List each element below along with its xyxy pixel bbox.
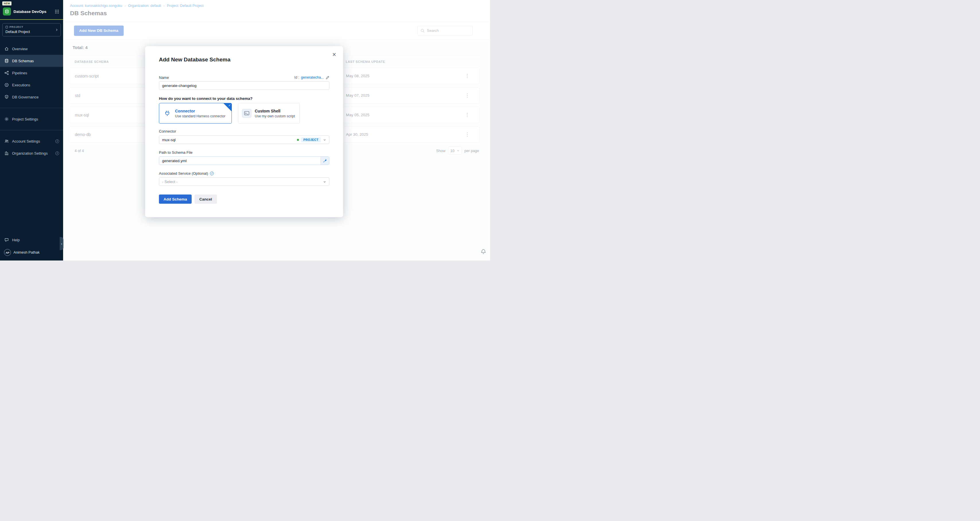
project-name: Default Project <box>5 30 53 34</box>
sidebar-item-organization-settings[interactable]: Organization Settings i <box>0 147 63 159</box>
info-icon: i <box>56 151 59 155</box>
sidebar-item-help[interactable]: Help <box>0 234 63 246</box>
sidebar-item-label: DB Schemas <box>12 59 34 63</box>
sidebar-item-label: Help <box>12 238 20 242</box>
sidebar-item-project-settings[interactable]: Project Settings <box>0 113 63 125</box>
option-subtitle: Use standard Harness connector <box>175 114 225 118</box>
plug-icon <box>163 109 172 118</box>
chevron-down-icon <box>323 180 326 183</box>
home-icon <box>4 46 9 51</box>
shield-icon <box>4 95 9 99</box>
scope-badge: PROJECT <box>301 137 321 142</box>
option-title: Custom Shell <box>255 109 295 113</box>
sidebar-item-label: Pipelines <box>12 71 27 75</box>
sidebar-bottom: Help AP Animesh Pathak <box>0 234 63 256</box>
service-label: Associated Service (Optional) <box>159 171 208 175</box>
sidebar-item-label: Overview <box>12 47 27 51</box>
connector-option-card[interactable]: ✓ Connector Use standard Harness connect… <box>159 103 232 124</box>
id-value-link[interactable]: generatecha... <box>301 75 324 80</box>
chevron-left-icon: ‹ <box>61 242 62 246</box>
brand-accent-line <box>0 19 63 20</box>
sidebar-item-label: DB Governance <box>12 95 39 99</box>
brand-title: Database DevOps <box>13 10 52 14</box>
terminal-icon <box>242 109 251 118</box>
connector-value: mux-sql <box>162 138 176 142</box>
custom-shell-option-card[interactable]: Custom Shell Use my own custom script <box>238 103 300 124</box>
organization-icon <box>4 151 9 156</box>
user-name: Animesh Pathak <box>13 250 40 255</box>
connection-question: How do you want to connect to your data … <box>159 96 329 101</box>
project-label: PROJECT <box>10 25 23 29</box>
gear-icon <box>4 117 9 121</box>
service-placeholder: - Select - <box>162 180 178 184</box>
app-window: NEW Database DevOps PROJECT Default Proj… <box>0 0 490 260</box>
modal-title: Add New Database Schema <box>159 57 329 64</box>
path-label: Path to Schema File <box>159 150 329 155</box>
sidebar-item-db-schemas[interactable]: DB Schemas <box>0 55 63 67</box>
user-profile[interactable]: AP Animesh Pathak <box>0 246 63 256</box>
info-icon: i <box>56 139 59 143</box>
modal-actions: Add Schema Cancel <box>159 194 329 204</box>
connector-select[interactable]: mux-sql PROJECT <box>159 135 329 144</box>
project-selector[interactable]: PROJECT Default Project <box>2 23 61 37</box>
help-chat-icon <box>4 237 9 242</box>
fixed-value-pin-icon[interactable] <box>320 157 329 165</box>
schema-name-input[interactable] <box>159 81 329 90</box>
sidebar-item-overview[interactable]: Overview <box>0 43 63 55</box>
connector-label: Connector <box>159 129 329 134</box>
module-grid-icon[interactable] <box>55 10 59 14</box>
info-icon[interactable]: i <box>210 172 214 175</box>
sidebar-item-pipelines[interactable]: Pipelines <box>0 67 63 79</box>
database-devops-logo-icon <box>3 8 11 16</box>
sidebar-nav: Overview DB Schemas Pipelines Executions… <box>0 43 63 103</box>
project-label-row: PROJECT <box>5 25 53 29</box>
add-schema-modal: × Add New Database Schema Name Id : gene… <box>145 46 343 217</box>
chevron-right-icon <box>55 29 58 32</box>
id-prefix: Id : <box>294 75 299 80</box>
new-badge: NEW <box>2 2 11 5</box>
connector-status-dot <box>297 139 299 141</box>
option-title: Connector <box>175 109 225 113</box>
service-label-row: Associated Service (Optional) i <box>159 171 329 175</box>
sidebar: NEW Database DevOps PROJECT Default Proj… <box>0 0 63 260</box>
divider <box>0 108 63 108</box>
close-icon[interactable]: × <box>330 50 339 59</box>
name-label: Name <box>159 75 169 80</box>
cancel-button[interactable]: Cancel <box>194 194 217 204</box>
executions-icon <box>4 83 9 87</box>
check-icon: ✓ <box>228 104 231 107</box>
service-select[interactable]: - Select - <box>159 177 329 186</box>
sidebar-item-account-settings[interactable]: Account Settings i <box>0 135 63 147</box>
database-icon <box>4 59 9 63</box>
sidebar-item-label: Project Settings <box>12 117 38 121</box>
option-subtitle: Use my own custom script <box>255 114 295 118</box>
divider <box>0 130 63 130</box>
selected-corner-badge: ✓ <box>223 103 232 112</box>
avatar: AP <box>4 249 11 256</box>
id-row: Id : generatecha... <box>294 75 329 80</box>
users-icon <box>4 139 9 143</box>
sidebar-item-label: Executions <box>12 83 30 87</box>
chevron-down-icon <box>323 138 326 142</box>
schema-path-input[interactable] <box>159 157 320 165</box>
path-input-group <box>159 156 329 165</box>
pipelines-icon <box>4 70 9 75</box>
sidebar-item-label: Account Settings <box>12 139 40 143</box>
sidebar-item-executions[interactable]: Executions <box>0 79 63 91</box>
notification-bell-icon[interactable] <box>480 249 487 255</box>
sidebar-item-label: Organization Settings <box>12 151 48 156</box>
add-schema-button[interactable]: Add Schema <box>159 194 192 204</box>
project-icon <box>5 26 8 29</box>
connection-options: ✓ Connector Use standard Harness connect… <box>159 103 329 124</box>
edit-pencil-icon[interactable] <box>326 76 329 80</box>
sidebar-item-db-governance[interactable]: DB Governance <box>0 91 63 103</box>
